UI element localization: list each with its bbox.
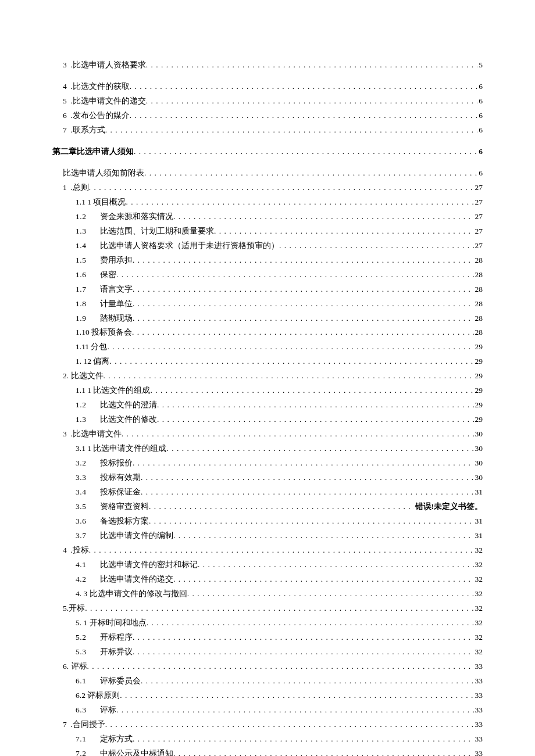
toc-entry-page: 6 [477, 145, 483, 159]
toc-entry-title: 比选申请人资格要求（适用于未进行资格预审的） [100, 239, 279, 253]
toc-leader-dots [133, 456, 474, 471]
toc-entry-number: 4 [63, 80, 70, 94]
toc-entry: 7.联系方式6 [52, 123, 483, 138]
toc-entry-page: 6 [477, 109, 483, 123]
toc-entry: 5.比选申请文件的递交6 [52, 94, 483, 109]
toc-entry: 3 .比选申请文件30 [52, 427, 483, 442]
toc-leader-dots [146, 94, 478, 109]
toc-entry-title: 踏勘现场 [100, 311, 133, 326]
toc-entry-title: 开标异议 [100, 645, 133, 660]
toc-leader-dots [146, 58, 478, 73]
toc-entry: 4. 3 比选申请文件的修改与撤回32 [52, 587, 483, 601]
toc-entry-title: 5. 1 开标时间和地点 [76, 616, 147, 630]
toc-leader-dots [89, 543, 474, 558]
toc-leader-dots [144, 166, 477, 181]
toc-leader-dots [85, 601, 473, 616]
toc-entry-page: 32 [474, 645, 483, 660]
toc-entry-page: 6 [477, 80, 483, 94]
toc-entry-page: 33 [474, 689, 483, 703]
toc-entry-page: 29 [474, 398, 483, 413]
toc-entry-number: 3 [63, 58, 70, 73]
toc-entry-title: 3.1 1 比选申请文件的组成 [76, 442, 166, 456]
toc-entry-title: 比选文件的修改 [100, 413, 157, 427]
toc-entry-page: 33 [474, 732, 483, 747]
toc-entry: 4.1比选申请文件的密封和标记32 [52, 558, 483, 572]
toc-entry-title: .合同授予 [70, 718, 105, 732]
toc-entry: 4.2比选申请文件的递交32 [52, 572, 483, 587]
toc-entry: 2. 比选文件29 [52, 369, 483, 384]
toc-entry: 5. 1 开标时间和地点32 [52, 616, 483, 630]
toc-entry-title: 6.2 评标原则 [76, 689, 120, 703]
toc-entry-page: 30 [474, 456, 483, 471]
toc-leader-dots [130, 109, 478, 123]
toc-entry-title: 比选申请文件的密封和标记 [100, 558, 198, 572]
toc-entry-page: 31 [474, 514, 483, 529]
toc-entry-title: 投标保证金 [100, 485, 141, 500]
toc-entry: 6.发布公告的媒介6 [52, 109, 483, 123]
toc-entry-number: 7 [63, 718, 70, 732]
toc-entry-number: 3.2 [76, 456, 100, 471]
toc-entry-title: 1.1 1 比选文件的组成 [76, 384, 150, 398]
toc-leader-dots [120, 689, 473, 703]
toc-entry: 3.2投标报价30 [52, 456, 483, 471]
toc-leader-dots [149, 500, 414, 514]
toc-entry-page: 30 [474, 442, 483, 456]
toc-entry-page: 28 [474, 282, 483, 297]
toc-entry-title: 评标 [100, 703, 116, 718]
toc-entry: 1.6保密28 [52, 268, 483, 282]
toc-entry: 3.1 1 比选申请文件的组成30 [52, 442, 483, 456]
toc-entry-number: 1.4 [76, 239, 100, 253]
toc-entry: 1.5费用承担28 [52, 253, 483, 268]
toc-entry-page: 32 [474, 572, 483, 587]
toc-entry-page: 33 [474, 674, 483, 689]
toc-entry: 1.11 分包29 [52, 340, 483, 354]
toc-entry: 4 .投标32 [52, 543, 483, 558]
toc-entry: 6.2 评标原则33 [52, 689, 483, 703]
toc-section-spacer [52, 138, 483, 145]
toc-leader-dots [132, 325, 474, 340]
toc-entry: 1.1 1 比选文件的组成29 [52, 384, 483, 398]
toc-section-spacer [52, 73, 483, 80]
toc-entry: 3.3投标有效期30 [52, 471, 483, 485]
toc-entry: 5.开标32 [52, 601, 483, 616]
toc-leader-dots [141, 674, 474, 689]
toc-entry-title: 1.10 投标预备会 [76, 325, 132, 340]
toc-entry-title: 中标公示及中标通知 [100, 747, 173, 756]
toc-leader-dots [214, 224, 474, 239]
toc-entry: 3.5资格审查资料错误!未定义书签。 [52, 500, 483, 514]
toc-entry-page: 29 [474, 340, 483, 354]
toc-leader-dots [173, 529, 474, 543]
toc-entry-number: 1.2 [76, 398, 100, 413]
toc-entry-page: 33 [474, 718, 483, 732]
toc-entry-title: 资金来源和落实情况 [100, 210, 173, 224]
toc-entry: 1.8计量单位28 [52, 297, 483, 311]
toc-leader-dots [105, 718, 474, 732]
toc-leader-dots [149, 514, 474, 529]
toc-leader-dots [105, 123, 478, 138]
toc-entry-number: 6.3 [76, 703, 100, 718]
toc-entry-title: .投标 [70, 543, 88, 558]
toc-entry-page: 32 [474, 601, 483, 616]
toc-entry-page: 6 [477, 123, 483, 138]
toc-entry-page: 32 [474, 616, 483, 630]
toc-entry-number: 1.7 [76, 282, 100, 297]
toc-entry-title: 备选投标方案 [100, 514, 149, 529]
toc-entry: 1.9踏勘现场28 [52, 311, 483, 326]
toc-entry-page: 6 [477, 94, 483, 109]
toc-entry-title: 2. 比选文件 [63, 369, 104, 384]
toc-leader-dots [173, 210, 474, 224]
toc-entry-number: 6 [63, 109, 70, 123]
toc-entry-number: 5.3 [76, 645, 100, 660]
toc-entry-number: 5 [63, 94, 70, 109]
page-container: 3.比选申请人资格要求54.比选文件的获取65.比选申请文件的递交66.发布公告… [0, 0, 535, 756]
toc-leader-dots [157, 398, 474, 413]
toc-leader-dots [279, 239, 474, 253]
toc-entry-page: 33 [474, 747, 483, 756]
toc-entry: 3.比选申请人资格要求5 [52, 58, 483, 73]
toc-entry-page: 28 [474, 325, 483, 340]
toc-entry-page: 27 [474, 181, 483, 195]
toc-entry: 3.6备选投标方案31 [52, 514, 483, 529]
toc-entry-page: 33 [474, 703, 483, 718]
toc-entry-page: 27 [474, 195, 483, 210]
toc-entry-title: .联系方式 [70, 123, 105, 138]
